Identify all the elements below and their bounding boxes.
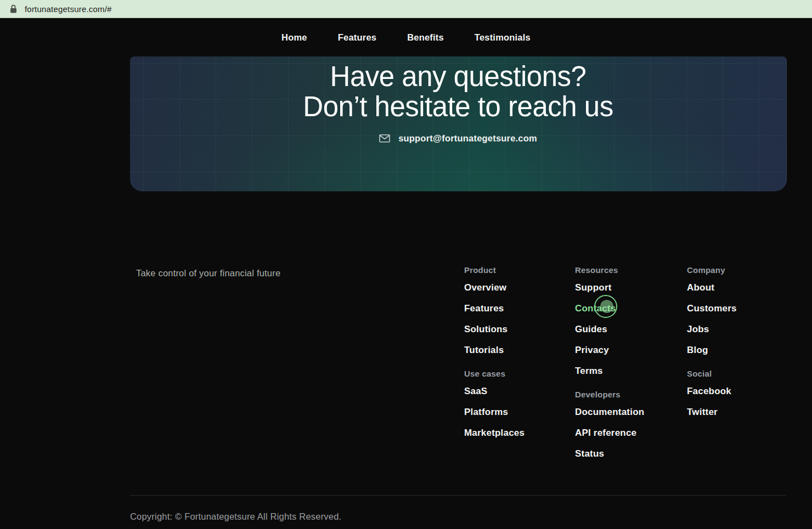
hero-title-line1: Have any questions? (330, 61, 587, 92)
footer-link-status[interactable]: Status (575, 448, 679, 459)
footer-link-customers[interactable]: Customers (687, 303, 791, 314)
footer-link-saas[interactable]: SaaS (464, 386, 568, 397)
envelope-icon (379, 134, 390, 143)
copyright-text: Copyright: © Fortunategetsure All Rights… (130, 511, 341, 522)
footer-link-support[interactable]: Support (575, 282, 679, 293)
footer-link-tutorials[interactable]: Tutorials (464, 345, 568, 356)
nav-item-testimonials[interactable]: Testimonials (475, 32, 531, 43)
footer-link-contacts[interactable]: Contacts (575, 303, 679, 314)
footer-tagline: Take control of your financial future (136, 268, 280, 278)
footer-link-guides[interactable]: Guides (575, 324, 679, 335)
url-text[interactable]: fortunategetsure.com/# (25, 4, 112, 14)
footer-divider (130, 495, 786, 496)
footer-heading-developers: Developers (575, 390, 679, 399)
footer-heading-use-cases: Use cases (464, 369, 568, 378)
cursor-click-indicator-dot (600, 300, 613, 313)
support-email-row[interactable]: support@fortunategetsure.com (130, 133, 786, 144)
footer-column-company: Company About Customers Jobs Blog Social… (687, 265, 791, 428)
footer-link-api-reference[interactable]: API reference (575, 428, 679, 439)
footer-link-terms[interactable]: Terms (575, 366, 679, 377)
footer-link-facebook[interactable]: Facebook (687, 386, 791, 397)
nav-item-home[interactable]: Home (281, 32, 307, 43)
footer-section-company: Company About Customers Jobs Blog (687, 265, 791, 356)
footer-link-solutions[interactable]: Solutions (464, 324, 568, 335)
footer-link-documentation[interactable]: Documentation (575, 407, 679, 418)
footer-link-about[interactable]: About (687, 282, 791, 293)
footer-heading-resources: Resources (575, 265, 679, 275)
lock-icon (10, 4, 17, 13)
footer-link-marketplaces[interactable]: Marketplaces (464, 428, 568, 439)
footer-link-privacy[interactable]: Privacy (575, 345, 679, 356)
footer-section-product: Product Overview Features Solutions Tuto… (464, 265, 568, 356)
footer-link-blog[interactable]: Blog (687, 345, 791, 356)
footer-link-platforms[interactable]: Platforms (464, 407, 568, 418)
top-nav: Home Features Benefits Testimonials (0, 18, 812, 56)
hero-title: Have any questions? Don’t hesitate to re… (130, 61, 786, 122)
footer-link-features[interactable]: Features (464, 303, 568, 314)
footer-heading-company: Company (687, 265, 791, 275)
footer-section-use-cases: Use cases SaaS Platforms Marketplaces (464, 369, 568, 439)
nav-item-features[interactable]: Features (338, 32, 376, 43)
support-email[interactable]: support@fortunategetsure.com (398, 133, 537, 144)
contact-hero-card: Have any questions? Don’t hesitate to re… (130, 56, 787, 191)
footer-link-overview[interactable]: Overview (464, 282, 568, 293)
nav-item-benefits[interactable]: Benefits (407, 32, 444, 43)
footer-section-social: Social Facebook Twitter (687, 369, 791, 418)
hero-title-line2: Don’t hesitate to reach us (303, 91, 613, 122)
footer-link-jobs[interactable]: Jobs (687, 324, 791, 335)
webpage: Home Features Benefits Testimonials Have… (0, 18, 812, 529)
footer-heading-social: Social (687, 369, 791, 378)
footer-heading-product: Product (464, 265, 568, 275)
footer-section-developers: Developers Documentation API reference S… (575, 390, 679, 459)
footer-link-twitter[interactable]: Twitter (687, 407, 791, 418)
footer-column-resources: Resources Support Contacts Guides Privac… (575, 265, 679, 469)
browser-url-bar: fortunategetsure.com/# (0, 0, 812, 18)
footer-column-product: Product Overview Features Solutions Tuto… (464, 265, 568, 448)
footer-section-resources: Resources Support Contacts Guides Privac… (575, 265, 679, 377)
